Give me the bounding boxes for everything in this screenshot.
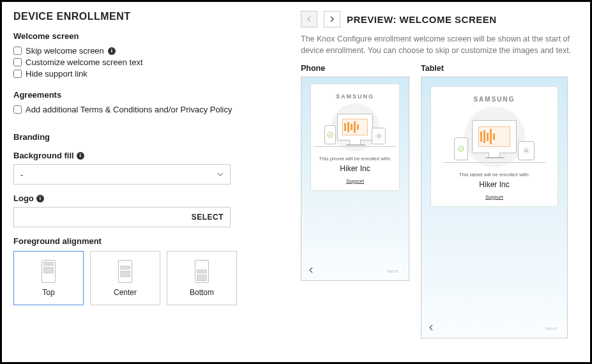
chevron-down-icon	[217, 170, 224, 179]
enrollment-illustration	[453, 108, 536, 165]
next-button[interactable]: Next	[542, 324, 561, 333]
tablet-preview: SAMSUNG	[421, 77, 568, 338]
align-bottom-icon	[195, 260, 209, 283]
logo-select-button[interactable]: SELECT	[192, 213, 224, 222]
info-icon[interactable]: i	[108, 47, 116, 55]
phone-welcome-card: SAMSUNG	[310, 84, 400, 191]
welcome-section-title: Welcome screen	[13, 31, 282, 41]
company-name: Hiker Inc	[340, 164, 370, 173]
align-top-icon	[42, 260, 56, 283]
bg-fill-value: -	[20, 170, 23, 179]
phone-preview: SAMSUNG	[301, 77, 409, 281]
chevron-right-icon	[329, 16, 335, 22]
align-center-card[interactable]: Center	[90, 251, 160, 305]
enrollment-illustration	[323, 105, 387, 149]
branding-section-title: Branding	[13, 132, 282, 142]
page-title: DEVICE ENROLLMENT	[13, 11, 282, 22]
align-top-card[interactable]: Top	[13, 251, 84, 305]
info-icon[interactable]: i	[77, 152, 84, 160]
align-bottom-card[interactable]: Bottom	[167, 251, 237, 305]
company-name: Hiker Inc	[479, 180, 509, 189]
svg-point-3	[525, 149, 527, 152]
gear-icon	[372, 128, 386, 144]
tablet-enroll-text: This tablet will be enrolled with:	[459, 172, 530, 178]
add-terms-label: Add additional Terms & Conditions and/or…	[26, 105, 232, 114]
align-center-icon	[118, 260, 132, 283]
samsung-logo: SAMSUNG	[336, 93, 374, 100]
hide-support-row[interactable]: Hide support link	[13, 69, 282, 79]
next-button[interactable]: Next	[383, 267, 402, 275]
skip-welcome-row[interactable]: Skip welcome screen i	[13, 46, 282, 56]
bg-fill-label-row: Background fill i	[13, 151, 282, 160]
svg-point-1	[377, 135, 380, 137]
skip-welcome-checkbox[interactable]	[13, 47, 22, 55]
back-chevron-icon[interactable]	[428, 324, 434, 333]
hide-support-label: Hide support link	[26, 69, 87, 79]
hide-support-checkbox[interactable]	[13, 70, 22, 78]
gear-icon	[518, 141, 535, 160]
agreements-section-title: Agreements	[13, 90, 282, 100]
align-center-label: Center	[114, 288, 137, 297]
check-icon	[324, 125, 336, 144]
phone-preview-label: Phone	[301, 64, 409, 73]
tablet-welcome-card: SAMSUNG	[430, 86, 558, 207]
preview-next-button[interactable]	[324, 11, 340, 27]
customize-welcome-label: Customize welcome screen text	[26, 57, 143, 67]
add-terms-checkbox[interactable]	[13, 105, 22, 114]
logo-select-box[interactable]: SELECT	[13, 207, 231, 227]
bg-fill-label: Background fill	[13, 151, 74, 160]
align-bottom-label: Bottom	[190, 288, 214, 297]
align-top-label: Top	[42, 288, 54, 297]
check-icon	[454, 137, 468, 160]
support-link[interactable]: Support	[485, 194, 503, 200]
preview-prev-button	[301, 11, 317, 27]
info-icon[interactable]: i	[36, 195, 44, 202]
bg-fill-select[interactable]: -	[13, 164, 231, 185]
skip-welcome-label: Skip welcome screen	[26, 46, 104, 56]
preview-title: PREVIEW: WELCOME SCREEN	[347, 14, 497, 25]
preview-description: The Knox Configure enrollment welcome sc…	[301, 34, 579, 56]
logo-label: Logo	[13, 193, 34, 203]
add-terms-row[interactable]: Add additional Terms & Conditions and/or…	[13, 105, 282, 114]
chevron-left-icon	[306, 16, 312, 22]
support-link[interactable]: Support	[346, 178, 364, 184]
tablet-preview-label: Tablet	[421, 64, 568, 73]
samsung-logo: SAMSUNG	[473, 96, 515, 103]
customize-welcome-checkbox[interactable]	[13, 58, 22, 66]
customize-welcome-row[interactable]: Customize welcome screen text	[13, 57, 282, 67]
phone-enroll-text: This phone will be enrolled with:	[319, 156, 391, 162]
fg-alignment-label: Foreground alignment	[13, 236, 282, 246]
back-chevron-icon[interactable]	[308, 266, 314, 275]
logo-label-row: Logo i	[13, 193, 282, 203]
